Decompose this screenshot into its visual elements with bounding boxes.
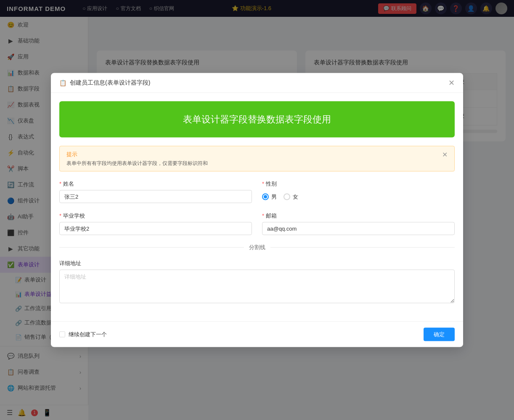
modal-footer: 继续创建下一个 确定	[51, 322, 463, 347]
address-label: 详细地址	[59, 260, 455, 267]
modal-banner: 表单设计器字段替换数据表字段使用	[59, 101, 455, 138]
form-row-2: 毕业学校 邮箱	[59, 212, 455, 235]
name-input[interactable]	[59, 190, 252, 203]
divider-line-right	[270, 247, 455, 247]
create-employee-modal: 📋 创建员工信息(表单设计器字段) ✕ 表单设计器字段替换数据表字段使用 提示 …	[51, 73, 463, 347]
gender-radio-group: 男 女	[262, 190, 455, 204]
form-item-school: 毕业学校	[59, 212, 252, 235]
modal-banner-text: 表单设计器字段替换数据表字段使用	[71, 113, 443, 126]
modal-close-button[interactable]: ✕	[448, 79, 455, 87]
tip-close-button[interactable]: ✕	[442, 151, 448, 159]
form-item-email: 邮箱	[262, 212, 455, 235]
form-item-address: 详细地址	[59, 260, 455, 305]
radio-female[interactable]: 女	[283, 193, 298, 201]
form-item-gender: 性别 男 女	[262, 180, 455, 204]
form-row-address: 详细地址	[59, 260, 455, 305]
radio-male[interactable]: 男	[262, 193, 277, 201]
email-input[interactable]	[262, 222, 455, 235]
modal-body: 表单设计器字段替换数据表字段使用 提示 表单中所有有字段均使用表单设计器字段，仅…	[51, 93, 463, 322]
modal-title: 📋 创建员工信息(表单设计器字段)	[59, 79, 150, 87]
continue-create-row: 继续创建下一个	[59, 331, 107, 338]
modal-title-icon: 📋	[59, 80, 66, 86]
radio-male-dot	[262, 194, 269, 200]
continue-create-label: 继续创建下一个	[69, 331, 107, 338]
tip-box: 提示 表单中所有有字段均使用表单设计器字段，仅需要字段标识符和 ✕	[59, 146, 455, 172]
gender-label: 性别	[262, 180, 455, 188]
modal-header: 📋 创建员工信息(表单设计器字段) ✕	[51, 73, 463, 93]
radio-female-dot	[283, 194, 290, 200]
divider-label: 分割线	[249, 244, 265, 251]
tip-title: 提示	[66, 151, 208, 158]
name-label: 姓名	[59, 180, 252, 188]
continue-create-checkbox[interactable]	[59, 332, 65, 338]
divider-line-left	[59, 247, 244, 247]
confirm-button[interactable]: 确定	[424, 328, 455, 341]
school-input[interactable]	[59, 222, 252, 235]
school-label: 毕业学校	[59, 212, 252, 220]
form-item-name: 姓名	[59, 180, 252, 204]
tip-content: 表单中所有有字段均使用表单设计器字段，仅需要字段标识符和	[66, 160, 208, 167]
address-textarea[interactable]	[59, 270, 455, 303]
form-row-1: 姓名 性别 男 女	[59, 180, 455, 204]
email-label: 邮箱	[262, 212, 455, 220]
divider-row: 分割线	[59, 244, 455, 251]
